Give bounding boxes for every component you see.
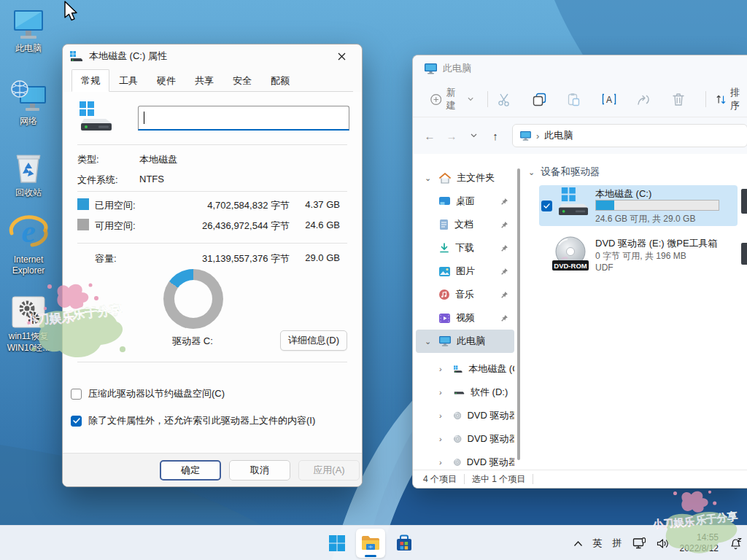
section-devices-and-drives[interactable]: ⌄ 设备和驱动器 [528,166,747,179]
file-explorer-taskbar-button[interactable] [356,529,385,558]
chevron-right-icon[interactable]: › [439,388,448,397]
ok-button[interactable]: 确定 [160,460,221,481]
svg-text:A: A [606,95,612,105]
dialog-tabs: 常规 工具 硬件 共享 安全 配额 [71,73,353,92]
breadcrumb[interactable]: 此电脑 [544,129,573,142]
sidebar-item-documents[interactable]: 文档 [416,213,514,236]
new-button[interactable]: 新建 [426,82,478,116]
drive-c-item[interactable]: 本地磁盘 (C:) 24.6 GB 可用, 共 29.0 GB [539,185,738,226]
separator [77,191,347,192]
tab-sharing[interactable]: 共享 [185,71,223,91]
music-icon [439,289,449,300]
close-button[interactable] [328,47,355,66]
used-space-size: 4.37 GB [305,199,340,210]
cut-button[interactable] [498,92,511,107]
clock[interactable]: 14:55 2022/8/12 [680,532,719,554]
status-divider [533,474,533,484]
sidebar-item-this-pc[interactable]: ⌄ 此电脑 [416,330,514,353]
sort-button[interactable]: 排序 [716,86,747,112]
desktop-icon-recycle-bin[interactable]: 回收站 [0,152,57,198]
notification-bell-icon[interactable] [729,537,743,550]
used-space-swatch [77,198,89,210]
ime-english-indicator[interactable]: 英 [593,537,603,550]
toolbar-divider [487,91,488,107]
chevron-right-icon[interactable]: › [439,458,448,467]
tab-general[interactable]: 常规 [71,69,109,92]
start-button[interactable] [322,529,352,558]
chevron-right-icon[interactable]: › [439,411,448,420]
tab-hardware[interactable]: 硬件 [147,71,185,91]
windows-logo-icon [328,534,346,552]
sidebar-item-desktop[interactable]: 桌面 [416,190,514,213]
volume-name-input[interactable] [138,106,349,131]
volume-icon[interactable] [657,538,670,549]
system-tray: 英 拼 14:55 2022/8/12 [573,526,743,560]
index-checkbox-row[interactable]: 除了文件属性外，还允许索引此驱动器上文件的内容(I) [71,414,315,427]
sort-button-label: 排序 [730,86,747,112]
dvd-e-item[interactable]: DVD-ROM DVD 驱动器 (E:) 微PE工具箱 0 字节 可用, 共 1… [539,233,738,277]
explorer-title: 此电脑 [443,62,471,75]
back-button[interactable]: ← [419,125,441,147]
desktop-icon-network[interactable]: 网络 [0,80,57,127]
sidebar-item-drive-c[interactable]: › 本地磁盘 (C:) [416,357,514,381]
sidebar-item-dvd-g[interactable]: › DVD 驱动器 (F:) [416,451,514,470]
used-space-bytes: 4,702,584,832 字节 [207,199,290,212]
sidebar-item-music[interactable]: 音乐 [416,283,514,306]
desktop-icon [439,197,450,206]
sidebar-item-label: 软件 (D:) [471,386,508,399]
sidebar-scrollbar[interactable] [517,168,520,460]
chevron-down-icon [468,97,473,101]
capacity-bytes: 31,139,557,376 字节 [202,252,290,265]
desktop-icon-internet-explorer[interactable]: e Internet Explorer [0,211,57,276]
recycle-bin-icon [12,152,44,185]
sidebar-item-videos[interactable]: 视频 [416,306,514,330]
tab-security[interactable]: 安全 [223,71,261,91]
delete-button[interactable] [671,92,685,107]
apply-button: 应用(A) [298,460,360,481]
forward-button[interactable]: → [441,125,462,147]
sidebar-item-label: 主文件夹 [457,171,495,184]
chevron-down-icon[interactable]: ⌄ [425,337,433,346]
explorer-titlebar[interactable]: 此电脑 [413,55,747,82]
chevron-right-icon[interactable]: › [439,435,448,443]
compress-checkbox-row[interactable]: 压缩此驱动器以节约磁盘空间(C) [71,387,225,400]
tab-quota[interactable]: 配额 [261,71,299,91]
chevron-right-icon[interactable]: › [439,365,448,373]
chevron-down-icon[interactable]: ⌄ [425,174,433,183]
desktop-icon-win11-restore[interactable]: win11恢复 WIN10经... [0,295,57,354]
details-button[interactable]: 详细信息(D) [280,330,347,351]
microsoft-store-taskbar-button[interactable] [390,529,419,558]
chevron-down-icon[interactable]: ⌄ [528,168,535,177]
dvd-rom-icon: DVD-ROM [551,236,589,273]
share-button[interactable] [637,92,651,107]
dialog-titlebar[interactable]: 本地磁盘 (C:) 属性 [63,44,362,68]
desktop-icon-this-pc[interactable]: 此电脑 [0,9,57,54]
item-checkbox[interactable] [541,201,552,211]
dvd-e-info: 0 字节 可用, 共 196 MB [595,250,686,262]
rename-button[interactable]: A [602,92,616,107]
drive-icon [70,51,83,62]
sidebar-item-pictures[interactable]: 图片 [416,260,514,283]
sidebar-item-home[interactable]: ⌄ 主文件夹 [416,166,514,190]
copy-button[interactable] [533,92,546,107]
internet-explorer-icon: e [7,211,50,252]
hidden-icons-chevron-icon[interactable] [573,540,583,547]
index-checkbox[interactable] [71,416,82,427]
ime-pinyin-indicator[interactable]: 拼 [613,537,622,550]
type-value: 本地磁盘 [139,153,177,166]
paste-button[interactable] [567,92,581,107]
compress-checkbox[interactable] [71,389,82,400]
sidebar-item-downloads[interactable]: 下载 [416,236,514,260]
sidebar-item-dvd-f[interactable]: › DVD 驱动器 (F [416,427,514,451]
address-bar[interactable]: › 此电脑 [512,124,747,147]
recent-locations-button[interactable] [462,125,484,147]
up-button[interactable]: ↑ [484,125,506,147]
network-icon[interactable] [632,537,646,550]
pictures-icon [439,267,450,276]
sidebar-item-drive-d[interactable]: › 软件 (D:) [416,381,514,404]
drive-c-usage-bar [595,200,719,211]
sidebar-item-dvd-e[interactable]: › DVD 驱动器 (E [416,404,514,427]
cancel-button[interactable]: 取消 [229,460,290,481]
tab-tools[interactable]: 工具 [109,71,147,91]
explorer-body: ⌄ 主文件夹 桌面 [413,154,747,470]
